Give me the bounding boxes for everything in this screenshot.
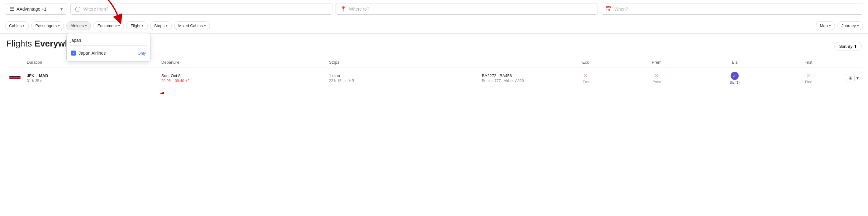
journey-chevron-icon: ▾	[857, 24, 859, 28]
only-button[interactable]: Only	[137, 51, 146, 56]
airlines-filter[interactable]: Airlines ▾	[66, 21, 91, 30]
where-from-field[interactable]: ◯ Where from?	[70, 3, 333, 15]
cell-prem: ✕ Prem	[618, 68, 695, 89]
cabins-chevron-icon: ▾	[23, 24, 25, 28]
col-biz: Biz	[695, 57, 774, 68]
svg-rect-2	[9, 77, 21, 79]
mixed-cabins-filter[interactable]: Mixed Cabins ▾	[174, 21, 210, 30]
from-placeholder: Where from?	[83, 6, 108, 11]
top-search-bar: ☰ AAdvantage +1 ▾ ◯ Where from? 📍 Where …	[0, 0, 868, 18]
svg-rect-3	[9, 76, 21, 77]
airlines-filter-wrapper: Airlines ▾ ✓ Japan Airlines Only	[66, 21, 91, 30]
japan-airlines-checkbox[interactable]: ✓	[71, 51, 76, 56]
col-prem: Prem	[618, 57, 695, 68]
cell-logo	[6, 68, 24, 89]
airlines-chevron-icon: ▾	[85, 24, 87, 28]
sort-icon: ⬆	[854, 44, 857, 49]
cell-duration: JFK – MAD 31 h 35 m	[24, 68, 158, 89]
flight-filter[interactable]: Flight ▾	[126, 21, 148, 30]
row-action-buttons: ⊞ ▾	[846, 74, 859, 82]
col-logo	[6, 57, 24, 68]
expand-row-button[interactable]: ⊞	[846, 74, 855, 82]
airlines-search-input[interactable]	[70, 36, 147, 46]
sort-by-button[interactable]: Sort By ⬆	[834, 42, 862, 51]
cabins-filter[interactable]: Cabins ▾	[5, 21, 29, 30]
col-first: First	[774, 57, 843, 68]
airlines-dropdown: ✓ Japan Airlines Only	[66, 33, 151, 61]
map-filter[interactable]: Map ▾	[816, 21, 835, 30]
hamburger-icon: ☰	[10, 6, 14, 12]
passengers-filter[interactable]: Passengers ▾	[31, 21, 64, 30]
map-chevron-icon: ▾	[829, 24, 831, 28]
table-row: JFK – MAD 31 h 35 m Sun, Oct 8 20:05 – 0…	[6, 68, 862, 89]
when-placeholder: When?	[614, 6, 628, 11]
where-to-field[interactable]: 📍 Where to?	[336, 3, 597, 15]
filter-bar: Cabins ▾ Passengers ▾ Airlines ▾ ✓ Japan…	[0, 18, 868, 34]
japan-airlines-label: Japan Airlines	[79, 51, 135, 56]
account-selector[interactable]: ☰ AAdvantage +1 ▾	[5, 3, 67, 15]
col-departure: Departure	[158, 57, 326, 68]
account-chevron-icon: ▾	[60, 6, 63, 11]
equipment-chevron-icon: ▾	[118, 24, 120, 28]
cell-actions: ⊞ ▾	[843, 68, 862, 89]
col-flight-info	[479, 57, 554, 68]
col-eco: Eco	[554, 57, 618, 68]
to-icon: 📍	[340, 6, 346, 12]
stops-chevron-icon: ▾	[166, 24, 167, 28]
cell-departure: Sun, Oct 8 20:05 – 09:40 +2	[158, 68, 326, 89]
cell-flight-info: BA2272 · BA456 Boeing 777 · Airbus A320	[479, 68, 554, 89]
account-label: AAdvantage +1	[17, 6, 58, 11]
passengers-chevron-icon: ▾	[58, 24, 60, 28]
cell-eco: ✕ Eco	[554, 68, 618, 89]
calendar-icon: 📅	[606, 6, 612, 12]
to-placeholder: Where to?	[349, 6, 369, 11]
cell-stops: 1 stop 22 h 15 m LHR	[326, 68, 479, 89]
title-regular: Flights	[6, 39, 34, 48]
col-stops: Stops	[326, 57, 479, 68]
japan-airlines-item[interactable]: ✓ Japan Airlines Only	[70, 48, 147, 58]
cell-biz: ✓ Biz (1)	[695, 68, 774, 89]
row-chevron-icon[interactable]: ▾	[857, 76, 859, 81]
equipment-filter[interactable]: Equipment ▾	[93, 21, 124, 30]
from-icon: ◯	[75, 6, 81, 12]
col-actions	[843, 57, 862, 68]
cell-first: ✕ First	[774, 68, 843, 89]
mixed-cabins-chevron-icon: ▾	[204, 24, 206, 28]
flights-table: Duration Departure Stops Eco Prem Biz Fi…	[6, 57, 862, 89]
biz-check: ✓	[731, 72, 739, 80]
airline-logo	[9, 75, 21, 81]
when-field[interactable]: 📅 When?	[601, 3, 863, 15]
ba-logo-svg	[9, 75, 21, 81]
flight-chevron-icon: ▾	[142, 24, 144, 28]
journey-filter[interactable]: Journey ▾	[837, 21, 863, 30]
stops-filter[interactable]: Stops ▾	[150, 21, 172, 30]
